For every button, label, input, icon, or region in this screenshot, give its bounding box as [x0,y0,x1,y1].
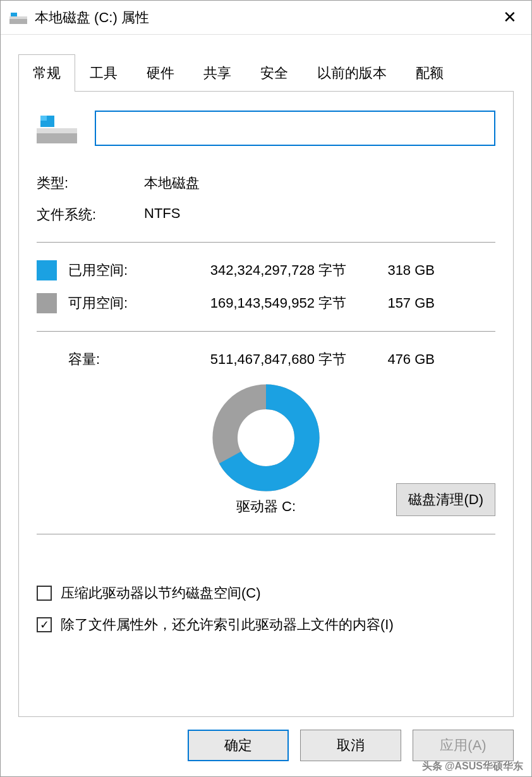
cancel-button[interactable]: 取消 [300,730,401,761]
drive-icon [9,11,27,24]
usage-chart-area: 驱动器 C: 磁盘清理(D) [37,381,495,516]
tab-panel-general: 类型: 本地磁盘 文件系统: NTFS 已用空间: 342,324,297,72… [18,91,514,717]
dialog-footer: 确定 取消 应用(A) [1,717,531,776]
free-space-bytes: 169,143,549,952 字节 [176,294,359,313]
tab-quota[interactable]: 配额 [401,54,458,92]
index-label: 除了文件属性外，还允许索引此驱动器上文件的内容(I) [61,615,394,634]
used-space-swatch [37,260,57,280]
capacity-label: 容量: [68,350,176,369]
used-space-gb: 318 GB [359,262,435,279]
divider [37,534,495,534]
tab-previous-versions[interactable]: 以前的版本 [303,54,401,92]
blank-swatch [37,349,57,370]
type-value: 本地磁盘 [144,174,495,193]
filesystem-value: NTFS [144,205,495,224]
free-space-swatch [37,293,57,313]
tab-tools[interactable]: 工具 [75,54,132,92]
tab-hardware[interactable]: 硬件 [132,54,189,92]
index-checkbox[interactable] [37,617,52,632]
usage-donut-chart [209,381,323,495]
divider [37,242,495,243]
svg-rect-2 [11,13,17,16]
filesystem-label: 文件系统: [37,205,144,224]
used-space-bytes: 342,324,297,728 字节 [176,261,359,280]
compress-label: 压缩此驱动器以节约磁盘空间(C) [61,584,261,603]
apply-button[interactable]: 应用(A) [413,730,514,761]
used-space-label: 已用空间: [68,261,176,280]
drive-icon-large [37,113,77,143]
capacity-bytes: 511,467,847,680 字节 [176,350,359,369]
svg-rect-1 [9,16,27,19]
divider [37,331,495,332]
tab-security[interactable]: 安全 [246,54,303,92]
window-title: 本地磁盘 (C:) 属性 [35,8,497,27]
type-label: 类型: [37,174,144,193]
titlebar: 本地磁盘 (C:) 属性 ✕ [1,1,531,35]
tab-strip: 常规 工具 硬件 共享 安全 以前的版本 配额 [1,35,531,91]
index-checkbox-row[interactable]: 除了文件属性外，还允许索引此驱动器上文件的内容(I) [37,615,495,634]
tab-general[interactable]: 常规 [18,54,75,92]
capacity-gb: 476 GB [359,351,435,368]
compress-checkbox[interactable] [37,586,52,601]
ok-button[interactable]: 确定 [188,730,289,761]
disk-cleanup-button[interactable]: 磁盘清理(D) [396,483,495,516]
close-button[interactable]: ✕ [497,8,523,27]
svg-rect-6 [40,116,47,121]
tab-sharing[interactable]: 共享 [189,54,246,92]
free-space-label: 可用空间: [68,294,176,313]
drive-name-input[interactable] [95,111,495,146]
free-space-gb: 157 GB [359,295,435,311]
compress-checkbox-row[interactable]: 压缩此驱动器以节约磁盘空间(C) [37,584,495,603]
svg-rect-4 [37,128,77,133]
properties-window: 本地磁盘 (C:) 属性 ✕ 常规 工具 硬件 共享 安全 以前的版本 配额 类… [0,0,532,777]
